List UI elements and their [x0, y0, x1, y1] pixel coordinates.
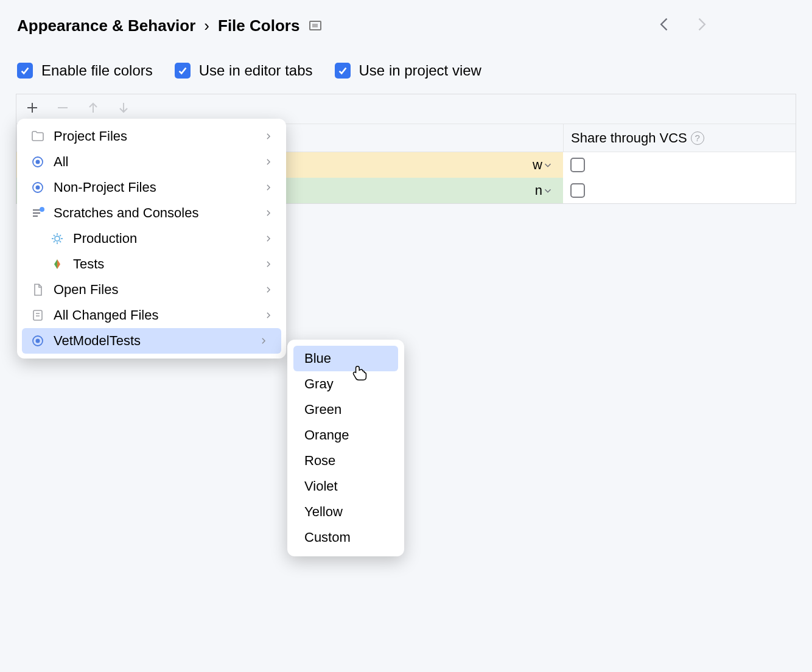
forward-button: [693, 16, 710, 35]
scope-item-label: VetModelTests: [54, 333, 141, 349]
svg-rect-6: [33, 310, 42, 320]
use-in-project-view-checkbox[interactable]: Use in project view: [335, 62, 481, 79]
folder-icon: [30, 129, 45, 144]
color-item-custom[interactable]: Custom: [293, 525, 398, 550]
chevron-right-icon: [264, 180, 273, 195]
back-button[interactable]: [656, 16, 673, 35]
scope-item-label: Project Files: [54, 128, 127, 144]
svg-point-5: [55, 236, 60, 241]
scope-item-open-files[interactable]: Open Files: [17, 277, 286, 303]
color-item-blue[interactable]: Blue: [293, 346, 398, 371]
file-icon: [30, 282, 45, 297]
breadcrumb-parent[interactable]: Appearance & Behavior: [17, 16, 195, 35]
breadcrumb: Appearance & Behavior › File Colors: [17, 16, 321, 35]
chevron-right-icon: [264, 307, 273, 323]
scope-item-scratches-and-consoles[interactable]: Scratches and Consoles: [17, 200, 286, 226]
scope-item-project-files[interactable]: Project Files: [17, 124, 286, 149]
target-icon: [30, 155, 45, 169]
scope-item-vetmodeltests[interactable]: VetModelTests: [22, 328, 281, 354]
chevron-right-icon: [264, 128, 273, 144]
breadcrumb-separator: ›: [204, 16, 209, 35]
chevron-down-icon: [542, 159, 553, 170]
scratch-icon: [30, 206, 45, 220]
checkbox-checked-icon: [175, 63, 191, 79]
reset-icon[interactable]: [309, 21, 321, 30]
remove-button[interactable]: [55, 100, 70, 117]
share-vcs-checkbox[interactable]: [563, 178, 796, 203]
scope-item-label: Production: [73, 231, 137, 247]
scope-item-production[interactable]: Production: [17, 226, 286, 251]
scope-item-label: Scratches and Consoles: [54, 205, 198, 221]
share-vcs-checkbox[interactable]: [563, 152, 796, 178]
scope-item-all-changed-files[interactable]: All Changed Files: [17, 303, 286, 328]
checkbox-checked-icon: [335, 63, 351, 79]
scope-item-label: Open Files: [54, 282, 118, 298]
chevron-down-icon: [542, 185, 553, 196]
chevron-right-icon: [264, 282, 273, 298]
color-item-orange[interactable]: Orange: [293, 422, 398, 448]
color-popup: BlueGrayGreenOrangeRoseVioletYellowCusto…: [287, 340, 404, 556]
checkbox-checked-icon: [17, 63, 33, 79]
color-item-gray[interactable]: Gray: [293, 371, 398, 397]
color-item-green[interactable]: Green: [293, 397, 398, 422]
scope-popup: Project FilesAllNon-Project FilesScratch…: [17, 119, 286, 359]
svg-point-1: [36, 160, 40, 164]
breadcrumb-current: File Colors: [218, 16, 299, 35]
svg-point-3: [36, 186, 40, 190]
chevron-right-icon: [264, 231, 273, 247]
share-through-vcs-header: Share through VCS ?: [563, 124, 796, 152]
enable-file-colors-checkbox[interactable]: Enable file colors: [17, 62, 153, 79]
changed-icon: [30, 308, 45, 323]
scope-item-tests[interactable]: Tests: [17, 251, 286, 277]
chevron-right-icon: [259, 333, 268, 349]
target-icon: [30, 180, 45, 195]
scope-item-label: Non-Project Files: [54, 180, 156, 195]
target-icon: [30, 334, 45, 348]
svg-point-4: [40, 207, 44, 212]
help-icon[interactable]: ?: [691, 131, 704, 145]
chevron-right-icon: [264, 205, 273, 221]
color-item-yellow[interactable]: Yellow: [293, 499, 398, 525]
scope-item-label: All: [54, 154, 68, 170]
move-down-button[interactable]: [116, 100, 131, 117]
move-up-button[interactable]: [86, 100, 100, 117]
chevron-right-icon: [264, 154, 273, 170]
scope-item-all[interactable]: All: [17, 149, 286, 175]
scope-item-non-project-files[interactable]: Non-Project Files: [17, 175, 286, 200]
color-item-violet[interactable]: Violet: [293, 474, 398, 499]
gear-icon: [50, 231, 65, 246]
add-button[interactable]: [25, 100, 40, 117]
svg-point-8: [36, 339, 40, 343]
scope-item-label: Tests: [73, 256, 104, 272]
scope-item-label: All Changed Files: [54, 307, 158, 323]
use-in-editor-tabs-checkbox[interactable]: Use in editor tabs: [175, 62, 313, 79]
diamond-icon: [50, 257, 65, 271]
color-item-rose[interactable]: Rose: [293, 448, 398, 474]
chevron-right-icon: [264, 256, 273, 272]
